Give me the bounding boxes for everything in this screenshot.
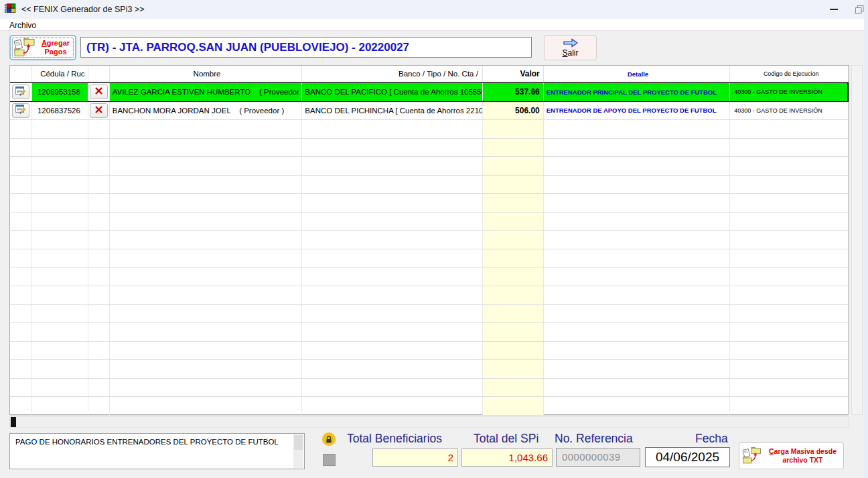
cell-codigo <box>730 249 849 267</box>
cell-delete-action <box>88 231 110 249</box>
cell-nombre <box>110 249 303 267</box>
menu-bar: Archivo <box>0 19 868 31</box>
table-row[interactable] <box>10 139 849 158</box>
descripcion-scrollbar-thumb[interactable] <box>294 435 303 450</box>
cell-edit-action <box>10 120 32 138</box>
descripcion-text: PAGO DE HONORARIOS ENTRENADORES DEL PROY… <box>15 438 279 446</box>
cell-cedula <box>32 231 88 249</box>
table-row[interactable] <box>10 360 849 379</box>
table-horizontal-scrollbar[interactable] <box>9 416 849 428</box>
cell-codigo <box>730 397 849 415</box>
cell-codigo <box>730 194 849 212</box>
minimize-button[interactable] <box>822 0 845 19</box>
cell-cedula <box>32 342 88 360</box>
table-row[interactable] <box>10 267 849 286</box>
delete-row-button[interactable] <box>90 84 108 99</box>
title-bar: << FENIX Generador de SPi3 >> <box>0 0 868 19</box>
cell-nombre <box>110 139 303 157</box>
delete-row-button[interactable] <box>90 103 108 118</box>
cell-codigo <box>730 360 849 378</box>
descripcion-textarea[interactable]: PAGO DE HONORARIOS ENTRENADORES DEL PROY… <box>9 433 305 469</box>
edit-form-icon <box>15 86 26 99</box>
cell-detalle: ENTRENADOR DE APOYO DEL PROYECTO DE FUTB… <box>544 102 731 120</box>
agregar-pagos-button[interactable]: Agregar Pagos <box>9 35 76 60</box>
edit-row-button[interactable] <box>12 103 29 118</box>
fecha-field[interactable]: 04/06/2025 <box>645 447 730 467</box>
edit-row-button[interactable] <box>12 84 29 99</box>
cell-codigo <box>730 342 849 360</box>
cell-delete-action <box>88 286 110 304</box>
cell-cedula <box>32 194 88 212</box>
cell-nombre <box>110 176 303 194</box>
cell-cedula <box>32 249 88 267</box>
table-row[interactable] <box>10 157 849 176</box>
table-row[interactable] <box>10 120 849 139</box>
table-row[interactable]: 1206953158AVILEZ GARCIA ESTIVEN HUMBERTO… <box>10 82 849 102</box>
cell-detalle <box>544 157 731 175</box>
table-row[interactable] <box>10 379 849 398</box>
cell-nombre: BANCHON MORA JORDAN JOEL ( Proveedor ) <box>110 102 303 120</box>
restore-icon <box>855 5 864 14</box>
cell-valor: 537.66 <box>483 83 544 101</box>
edit-form-icon <box>15 104 26 117</box>
cell-detalle <box>544 120 731 138</box>
total-spi-value: 1,043.66 <box>461 449 553 467</box>
table-row[interactable] <box>10 249 849 268</box>
table-row[interactable] <box>10 194 849 213</box>
cell-codigo <box>730 286 849 304</box>
cell-banco <box>302 267 483 286</box>
cell-codigo <box>730 379 849 397</box>
cell-valor <box>483 249 544 267</box>
cell-cedula <box>32 286 88 304</box>
table-vertical-scrollbar[interactable] <box>851 65 863 415</box>
table-row[interactable] <box>10 176 849 194</box>
table-row[interactable] <box>10 397 849 416</box>
cell-delete-action <box>88 213 110 231</box>
cell-valor <box>483 231 544 249</box>
carga-masiva-button[interactable]: Carga Masiva desde archivo TXT <box>739 442 844 469</box>
table-row[interactable] <box>10 213 849 231</box>
cell-valor <box>483 379 544 397</box>
cell-codigo <box>730 157 849 175</box>
exit-arrow-icon <box>563 38 579 48</box>
cell-cedula <box>32 213 88 231</box>
cell-delete-action <box>88 102 110 120</box>
lock-icon[interactable] <box>322 432 336 446</box>
window-right-edge <box>864 0 868 478</box>
cell-nombre <box>110 267 303 286</box>
cell-nombre <box>110 213 303 231</box>
salir-button[interactable]: Salir <box>544 35 597 60</box>
column-header-edit <box>10 66 32 82</box>
column-header-valor: Valor <box>483 66 544 82</box>
cell-detalle <box>544 379 731 397</box>
cell-cedula <box>32 397 88 415</box>
cell-banco <box>302 323 483 341</box>
table-row[interactable] <box>10 286 849 305</box>
table-row[interactable] <box>10 342 849 361</box>
cell-nombre <box>110 157 303 175</box>
bulk-load-folder-icon <box>742 446 762 467</box>
menu-item-archivo[interactable]: Archivo <box>7 20 39 31</box>
cell-edit-action <box>10 342 32 360</box>
cell-cedula: 1206837526 <box>32 102 88 120</box>
cell-nombre <box>110 194 303 212</box>
cell-edit-action <box>10 323 32 341</box>
table-row[interactable] <box>10 323 849 342</box>
table-row[interactable] <box>10 305 849 324</box>
cell-edit-action <box>10 360 32 378</box>
cell-delete-action <box>88 176 110 194</box>
gray-square-button[interactable] <box>323 454 336 466</box>
cell-nombre <box>110 360 303 378</box>
cell-cedula: 1206953158 <box>32 83 88 101</box>
spi-title-field[interactable]: (TR) - JTA. PARROQ.SAN JUAN (PUEBLOVIEJO… <box>80 37 532 58</box>
carga-masiva-label: Carga Masiva desde archivo TXT <box>762 447 843 464</box>
column-header-del <box>88 66 110 82</box>
cell-detalle <box>544 286 731 304</box>
cell-valor <box>483 120 544 138</box>
table-row[interactable]: 1206837526BANCHON MORA JORDAN JOEL ( Pro… <box>10 102 849 121</box>
table-row[interactable] <box>10 231 849 249</box>
cell-valor <box>483 157 544 175</box>
horizontal-scrollbar-thumb[interactable] <box>11 417 16 427</box>
cell-valor <box>483 305 544 323</box>
descripcion-scrollbar[interactable] <box>293 434 303 468</box>
